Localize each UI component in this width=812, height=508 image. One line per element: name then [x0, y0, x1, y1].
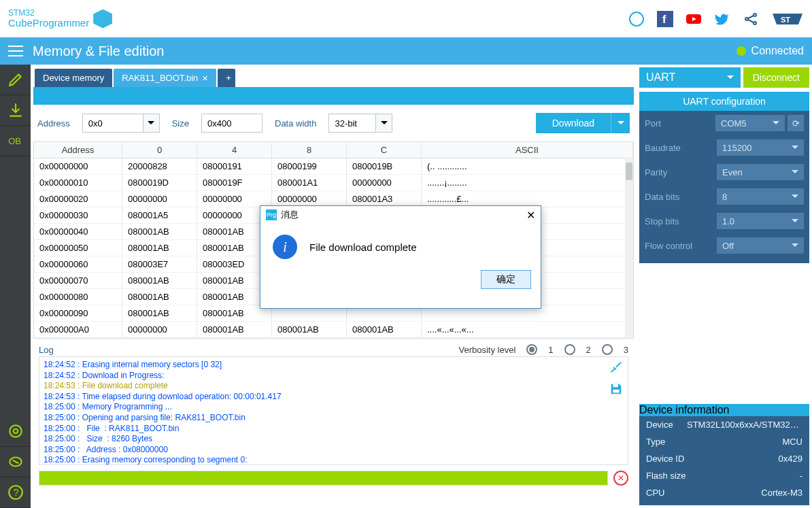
datawidth-label: Data width: [275, 118, 316, 129]
tab-device-memory[interactable]: Device memory: [35, 69, 112, 87]
status-text: Connected: [751, 45, 804, 57]
chevron-down-icon[interactable]: [376, 114, 392, 133]
youtube-icon[interactable]: [686, 11, 702, 27]
address-field[interactable]: [82, 114, 143, 133]
sidebar-help[interactable]: ?: [0, 477, 31, 508]
scrollbar-thumb[interactable]: [626, 163, 632, 180]
download-button[interactable]: Download: [536, 113, 630, 133]
datawidth-select[interactable]: 32-bit: [328, 114, 392, 133]
table-row[interactable]: 0x00000000200008280800019108000199080001…: [34, 158, 633, 175]
chevron-down-icon[interactable]: [143, 114, 160, 133]
stopbits-select[interactable]: 1.0: [717, 213, 804, 229]
cube-icon: [93, 10, 112, 29]
social-icons: f ST: [628, 11, 804, 27]
log-box: 18:24:52 : Erasing internal memory secto…: [39, 356, 628, 465]
cell: (.. ............: [422, 158, 633, 174]
memory-controls: Address Size Data width 32-bit Download: [33, 105, 634, 141]
log-line: 18:25:00 : Opening and parsing file: RAK…: [44, 413, 624, 424]
sidebar-erase[interactable]: [0, 447, 31, 477]
databits-label: Data bits: [645, 192, 679, 202]
cell: 080001AB: [122, 289, 197, 305]
table-row[interactable]: 0x000000A000000000080001AB080001AB080001…: [34, 322, 633, 338]
cell: 0800019D: [122, 175, 197, 190]
th-address: Address: [34, 142, 122, 158]
log-line: 18:24:52 : Download in Progress:: [44, 371, 624, 382]
sidebar-edit[interactable]: [0, 65, 31, 95]
page-title: Memory & File edition: [33, 44, 164, 59]
sidebar-target[interactable]: [0, 416, 31, 447]
tab-file[interactable]: RAK811_BOOT.bin✕: [114, 69, 216, 87]
cell: 0x00000080: [34, 289, 122, 305]
ok-button[interactable]: 确定: [481, 270, 531, 289]
scrollbar[interactable]: [625, 157, 633, 338]
clear-log-icon[interactable]: [609, 360, 624, 375]
log-line: 18:24:53 : File download complete: [44, 381, 624, 392]
close-tab-icon[interactable]: ✕: [202, 74, 208, 82]
datawidth-value: 32-bit: [328, 114, 376, 133]
sidebar-ob[interactable]: OB: [0, 126, 31, 156]
cell: 0x00000040: [34, 224, 122, 239]
svg-point-9: [10, 425, 21, 437]
databits-select[interactable]: 8: [717, 188, 804, 205]
cell: 0x00000060: [34, 256, 122, 272]
deviceid-value: 0x429: [779, 454, 802, 464]
address-input[interactable]: [82, 114, 160, 133]
parity-label: Parity: [645, 167, 667, 177]
share-icon[interactable]: [743, 11, 759, 27]
log-line: 18:25:00 : Address : 0x08000000: [44, 445, 624, 456]
cancel-button[interactable]: ✕: [613, 471, 628, 486]
chevron-down-icon[interactable]: [611, 113, 630, 133]
svg-rect-14: [613, 384, 618, 388]
refresh-ports-icon[interactable]: ⟳: [788, 115, 804, 131]
svg-text:OB: OB: [8, 136, 21, 146]
uart-config-panel: UART configuration Port COM5⟳ Baudrate11…: [639, 92, 809, 263]
th-0: 0: [122, 142, 197, 158]
st-logo-icon: ST: [771, 11, 804, 27]
verbo-1-label: 1: [548, 345, 553, 355]
download-label: Download: [536, 118, 611, 129]
verbo-3-label: 3: [624, 345, 628, 355]
logo-line2: CubeProgrammer: [8, 18, 89, 29]
tab-label: Device memory: [43, 73, 104, 83]
th-ascii: ASCII: [422, 142, 633, 158]
menu-icon[interactable]: [8, 46, 23, 56]
prg-icon: Prg: [266, 209, 277, 220]
baud-select[interactable]: 115200: [717, 139, 804, 156]
twitter-icon[interactable]: [714, 11, 730, 27]
size-input[interactable]: [201, 114, 263, 133]
svg-text:ST: ST: [781, 16, 790, 24]
verbosity-1[interactable]: [526, 344, 537, 355]
progress-bar: [39, 471, 608, 486]
chevron-down-icon: [792, 216, 798, 226]
flow-select[interactable]: Off: [717, 237, 804, 254]
disconnect-button[interactable]: Disconnect: [743, 67, 809, 88]
port-select[interactable]: COM5: [715, 115, 785, 131]
interface-select[interactable]: UART: [639, 67, 741, 88]
type-value: MCU: [782, 437, 802, 447]
verbosity-3[interactable]: [602, 344, 613, 355]
sidebar: OB ?: [0, 65, 31, 508]
cell: 00000000: [122, 191, 197, 207]
cell: 0800019B: [347, 158, 422, 174]
facebook-icon[interactable]: f: [657, 11, 673, 27]
tab-add[interactable]: +: [218, 69, 235, 87]
sidebar-download[interactable]: [0, 95, 31, 126]
cell: 20000828: [122, 158, 197, 174]
chevron-down-icon: [727, 71, 734, 84]
save-log-icon[interactable]: [609, 382, 624, 396]
device-info-panel: Device information DeviceSTM32L100x6xxA/…: [639, 404, 809, 505]
cell: 0x00000000: [34, 158, 122, 174]
deviceid-label: Device ID: [646, 454, 684, 464]
type-label: Type: [646, 437, 665, 447]
svg-point-5: [754, 14, 756, 16]
th-4: 4: [197, 142, 272, 158]
log-line: 18:25:00 : Memory Programming ...: [44, 402, 624, 413]
verbosity-group: Verbosity level 1 2 3: [458, 344, 628, 355]
svg-rect-15: [613, 390, 619, 393]
parity-select[interactable]: Even: [717, 164, 804, 180]
table-row[interactable]: 0x000000100800019D0800019F080001A1000000…: [34, 175, 633, 191]
close-icon[interactable]: ✕: [526, 209, 535, 222]
verbosity-2[interactable]: [564, 344, 575, 355]
device-info-title: Device information: [639, 404, 809, 416]
cell: 00000000: [122, 322, 197, 337]
